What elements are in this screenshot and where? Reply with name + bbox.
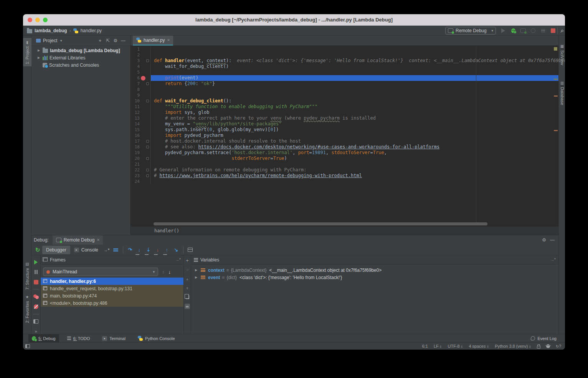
editor-gutter[interactable]: 1 xyxy=(130,46,151,52)
code-line[interactable]: 10def wait_for_debug_client(): xyxy=(130,98,558,104)
code-line[interactable]: 3def handler(event, context):event: <cla… xyxy=(130,58,558,64)
tool-window-toggle-icon[interactable] xyxy=(25,344,30,348)
thread-selector[interactable]: MainThread ▾ xyxy=(43,268,158,276)
editor-gutter[interactable]: 17 xyxy=(130,138,151,144)
indent-widget[interactable]: 4 spaces⇕ xyxy=(469,344,489,348)
code-line[interactable]: 5 xyxy=(130,69,558,75)
tool-button-terminal[interactable]: ▸ Terminal xyxy=(99,334,129,343)
fold-marker-icon[interactable] xyxy=(146,174,149,177)
editor-gutter[interactable]: 23 xyxy=(130,173,151,179)
hide-panel-icon[interactable]: — xyxy=(119,37,127,44)
stack-frame-row[interactable]: handler, handler.py:6 xyxy=(41,278,183,285)
fold-marker-icon[interactable] xyxy=(146,140,149,143)
editor-gutter[interactable]: 2 xyxy=(130,52,151,58)
debug-button[interactable] xyxy=(509,26,517,35)
code-line[interactable]: 24 xyxy=(130,179,558,184)
show-execution-point-icon[interactable]: →* xyxy=(102,246,111,254)
step-into-my-code-icon[interactable]: ⇣ xyxy=(144,246,153,254)
editor-tab-handler[interactable]: handler.py × xyxy=(133,36,173,46)
encoding-widget[interactable]: UTF-8⇕ xyxy=(448,344,463,348)
editor-gutter[interactable]: 20 xyxy=(130,156,151,161)
run-button[interactable] xyxy=(499,26,507,35)
evaluate-expression-icon[interactable] xyxy=(186,246,195,254)
fold-marker-icon[interactable] xyxy=(146,157,149,160)
code-line[interactable]: 16 import pydevd_pycharm xyxy=(130,133,558,138)
duplicate-watch-icon[interactable] xyxy=(186,295,189,299)
collapse-all-icon[interactable]: ⇱ xyxy=(104,37,112,44)
variable-row[interactable]: ▶event = {dict}<class 'dict'>: {'message… xyxy=(191,274,558,281)
tool-button-favorites[interactable]: ★ 2: Favorites xyxy=(23,295,31,323)
reload-icon[interactable]: ↻? xyxy=(556,344,561,348)
search-everywhere-button[interactable]: ⌕ xyxy=(558,26,565,35)
code-line[interactable]: 2 xyxy=(130,52,558,58)
code-line[interactable]: 13 # enter the correct path here to your… xyxy=(130,115,558,121)
code-line[interactable]: 21 xyxy=(130,161,558,167)
code-line[interactable]: 7 return {200: "ok"} xyxy=(130,81,558,87)
tool-button-debug[interactable]: 5: Debug xyxy=(28,334,59,343)
project-tree-item[interactable]: Scratches and Consoles xyxy=(31,61,130,69)
inspection-indicator[interactable] xyxy=(554,47,557,51)
editor-gutter[interactable]: 6 xyxy=(130,75,151,81)
stripe-mark[interactable] xyxy=(554,79,558,80)
restore-layout-icon[interactable] xyxy=(33,319,39,324)
next-frame-icon[interactable]: ↓ xyxy=(168,269,171,275)
gear-icon[interactable]: ⚙ xyxy=(542,237,546,243)
concurrency-diagram-button[interactable] xyxy=(539,26,547,35)
view-breakpoints-icon[interactable] xyxy=(33,294,39,299)
debug-session-tab[interactable]: Remote Debug × xyxy=(53,235,103,245)
gear-icon[interactable]: ⚙ xyxy=(112,37,119,44)
code-line[interactable]: 1 xyxy=(130,46,558,52)
project-tree-item[interactable]: ▶lambda_debug [Lambda Debug] xyxy=(31,47,130,54)
mute-breakpoints-icon[interactable] xyxy=(33,304,39,310)
expand-chevron-icon[interactable]: ▶ xyxy=(195,276,198,279)
fold-marker-icon[interactable] xyxy=(146,100,149,102)
tree-chevron-icon[interactable]: ▶ xyxy=(37,56,41,59)
frames-header-options-icon[interactable]: →* xyxy=(175,258,181,262)
stripe-mark[interactable] xyxy=(554,130,558,131)
step-out-icon[interactable]: ↑ xyxy=(162,246,172,254)
editor-gutter[interactable]: 7 xyxy=(130,81,151,87)
variables-header-options-icon[interactable]: →* xyxy=(550,258,556,262)
code-line[interactable]: 20 stderrToServer=True) xyxy=(130,156,558,161)
editor-gutter[interactable]: 19 xyxy=(130,150,151,156)
breakpoint-icon[interactable] xyxy=(141,76,145,81)
rerun-icon[interactable]: ↻ xyxy=(33,246,42,254)
profiler-button[interactable] xyxy=(529,26,537,35)
run-to-cursor-icon[interactable]: ↘ xyxy=(172,246,181,254)
stack-frame-row[interactable]: <module>, bootstrap.py:486 xyxy=(41,299,183,307)
editor-gutter[interactable]: 15 xyxy=(130,127,151,133)
threads-view-icon[interactable] xyxy=(111,246,121,254)
editor-gutter[interactable]: 11 xyxy=(130,104,151,110)
event-log-button[interactable]: Event Log xyxy=(531,336,565,341)
editor-horizontal-scrollbar[interactable] xyxy=(154,222,487,225)
code-line[interactable]: 11 """Utility function to enable debuggi… xyxy=(130,104,558,110)
code-line[interactable]: 12 import sys, glob xyxy=(130,110,558,115)
add-watch-icon[interactable]: + xyxy=(186,258,188,263)
tool-button-project[interactable]: ▮ 1: Project xyxy=(23,38,31,66)
stop-button[interactable] xyxy=(549,26,557,35)
hide-panel-icon[interactable]: — xyxy=(550,237,555,243)
line-separator-widget[interactable]: LF⇕ xyxy=(434,344,442,348)
tool-button-database[interactable]: ▥ Database xyxy=(559,81,565,105)
variable-row[interactable]: ▶context = {LambdaContext}<__main__.Lamb… xyxy=(191,266,558,274)
move-watch-down-icon[interactable]: ▼ xyxy=(186,286,189,291)
caret-position[interactable]: 6:1 xyxy=(422,344,428,348)
code-line[interactable]: 19 pydevd_pycharm.settrace('host.docker.… xyxy=(130,150,558,156)
stack-frame-row[interactable]: handle_event_request, bootstrap.py:131 xyxy=(41,285,183,292)
resume-program-icon[interactable] xyxy=(33,259,39,265)
code-line[interactable]: 17 # host.docker.internal should resolve… xyxy=(130,138,558,144)
select-opened-file-icon[interactable]: ⌖ xyxy=(96,37,104,44)
editor-gutter[interactable]: 4 xyxy=(130,64,151,69)
project-panel-title[interactable]: Project xyxy=(43,38,57,43)
pause-program-icon[interactable] xyxy=(33,269,39,275)
interpreter-widget[interactable]: Python 3.8 (venv)⇕ xyxy=(495,344,531,348)
stack-frame-row[interactable]: main, bootstrap.py:474 xyxy=(41,292,183,299)
run-with-coverage-button[interactable] xyxy=(519,26,527,35)
force-step-into-icon[interactable]: ↓ xyxy=(153,246,162,254)
show-watches-toggle-icon[interactable]: ∞ xyxy=(185,304,190,309)
close-icon[interactable]: × xyxy=(167,38,170,43)
breadcrumb-file[interactable]: handler.py xyxy=(81,28,102,33)
fold-marker-icon[interactable] xyxy=(146,82,149,85)
tab-console[interactable]: ▸ Console xyxy=(70,246,102,254)
editor-gutter[interactable]: 9 xyxy=(130,92,151,98)
